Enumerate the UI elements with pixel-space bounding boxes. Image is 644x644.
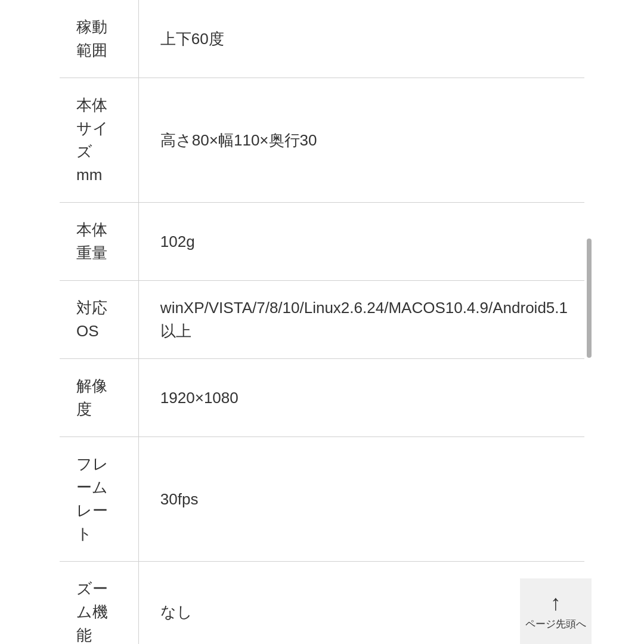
back-to-top-button[interactable]: ↑ ページ先頭へ <box>520 578 592 644</box>
scrollbar[interactable] <box>587 239 592 358</box>
table-row: 本体サイズ mm高さ80×幅110×奥行30 <box>60 78 584 203</box>
spec-label: ズーム機能 <box>60 562 138 645</box>
spec-value: 上下60度 <box>138 0 584 78</box>
spec-label: 稼動範囲 <box>60 0 138 78</box>
table-row: ズーム機能なし <box>60 562 584 645</box>
spec-label: 本体サイズ mm <box>60 78 138 203</box>
spec-value: 高さ80×幅110×奥行30 <box>138 78 584 203</box>
spec-value: winXP/VISTA/7/8/10/Linux2.6.24/MACOS10.4… <box>138 281 584 359</box>
spec-table: 稼動範囲上下60度本体サイズ mm高さ80×幅110×奥行30本体重量102g対… <box>60 0 584 644</box>
table-row: フレームレート30fps <box>60 437 584 562</box>
back-to-top-label: ページ先頭へ <box>525 617 586 631</box>
up-arrow-icon: ↑ <box>550 592 561 614</box>
spec-label: フレームレート <box>60 437 138 562</box>
spec-label: 本体重量 <box>60 203 138 281</box>
spec-value: 102g <box>138 203 584 281</box>
table-row: 解像度1920×1080 <box>60 359 584 437</box>
spec-value: 30fps <box>138 437 584 562</box>
table-row: 本体重量102g <box>60 203 584 281</box>
table-row: 稼動範囲上下60度 <box>60 0 584 78</box>
table-row: 対応OSwinXP/VISTA/7/8/10/Linux2.6.24/MACOS… <box>60 281 584 359</box>
spec-label: 解像度 <box>60 359 138 437</box>
spec-value: なし <box>138 562 584 645</box>
spec-value: 1920×1080 <box>138 359 584 437</box>
spec-label: 対応OS <box>60 281 138 359</box>
page-wrapper: 稼動範囲上下60度本体サイズ mm高さ80×幅110×奥行30本体重量102g対… <box>0 0 644 644</box>
